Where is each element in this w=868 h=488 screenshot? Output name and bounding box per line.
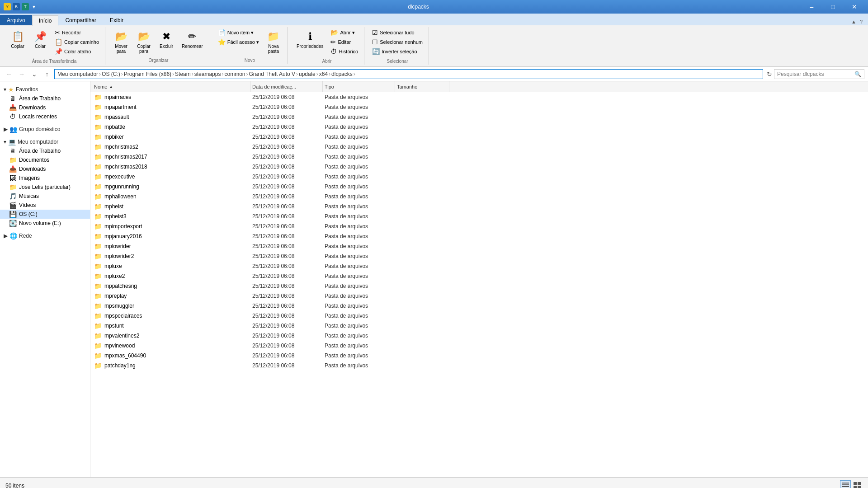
paste-button[interactable]: 📌 Colar [30, 28, 51, 50]
sidebar-item-music[interactable]: 🎵 Músicas [0, 192, 90, 201]
dropdown-button[interactable]: ⌄ [29, 69, 40, 80]
easy-access-button[interactable]: ⭐ Fácil acesso ▾ [216, 38, 261, 47]
tab-arquivo[interactable]: Arquivo [0, 15, 32, 25]
table-row[interactable]: 📁 mpspecialraces 25/12/2019 06:08 Pasta … [90, 311, 868, 321]
bc-computer[interactable]: Meu computador [57, 71, 98, 77]
table-row[interactable]: 📁 mpheist 25/12/2019 06:08 Pasta de arqu… [90, 202, 868, 211]
sidebar-item-videos[interactable]: 🎬 Vídeos [0, 201, 90, 210]
details-view-button[interactable] [840, 480, 851, 488]
sidebar-item-recent[interactable]: ⏱ Locais recentes [0, 112, 90, 121]
table-row[interactable]: 📁 mpbattle 25/12/2019 06:08 Pasta de arq… [90, 122, 868, 132]
tab-exibir[interactable]: Exibir [103, 15, 130, 25]
table-row[interactable]: 📁 mpjanuary2016 25/12/2019 06:08 Pasta d… [90, 231, 868, 241]
properties-button[interactable]: ℹ Propriedades [293, 28, 326, 50]
history-button[interactable]: ⏱ Histórico [328, 47, 360, 56]
ribbon-help-btn[interactable]: ? [858, 18, 864, 25]
open-button[interactable]: 📂 Abrir ▾ [328, 28, 360, 37]
table-row[interactable]: 📁 mpexecutive 25/12/2019 06:08 Pasta de … [90, 172, 868, 182]
bc-steam[interactable]: Steam [175, 71, 191, 77]
delete-button[interactable]: ✖ Excluir [156, 28, 177, 50]
search-input[interactable] [777, 71, 854, 77]
table-row[interactable]: 📁 mpvalentines2 25/12/2019 06:08 Pasta d… [90, 331, 868, 341]
rename-button[interactable]: ✏ Renomear [179, 28, 206, 50]
bc-steamapps[interactable]: steamapps [194, 71, 221, 77]
sidebar-item-desktop2[interactable]: 🖥 Área de Trabalho [0, 146, 90, 155]
up-button[interactable]: ↑ [42, 69, 52, 80]
paste-shortcut-button[interactable]: 📌 Colar atalho [52, 47, 101, 56]
col-header-size[interactable]: Tamanho [395, 81, 449, 92]
tab-inicio[interactable]: Início [32, 15, 59, 26]
sidebar-item-osc[interactable]: 💾 OS (C:) [0, 210, 90, 219]
select-none-button[interactable]: ☐ Selecionar nenhum [370, 38, 425, 47]
bc-dlcpacks[interactable]: dlcpacks [331, 71, 353, 77]
sidebar-computer-header[interactable]: ▾ 💻 Meu computador [0, 137, 90, 146]
table-row[interactable]: 📁 mpchristmas2017 25/12/2019 06:08 Pasta… [90, 152, 868, 162]
maximize-button[interactable]: □ [823, 0, 843, 14]
table-row[interactable]: 📁 mpvinewood 25/12/2019 06:08 Pasta de a… [90, 341, 868, 351]
back-button[interactable]: ← [4, 69, 14, 80]
bc-programfiles[interactable]: Program Files (x86) [124, 71, 171, 77]
col-header-type[interactable]: Tipo [323, 81, 395, 92]
sidebar-favorites-header[interactable]: ▾ ★ Favoritos [0, 85, 90, 94]
col-header-name[interactable]: Nome ▲ [92, 81, 250, 92]
table-row[interactable]: 📁 mpapartment 25/12/2019 06:08 Pasta de … [90, 102, 868, 112]
table-row[interactable]: 📁 mpsmuggler 25/12/2019 06:08 Pasta de a… [90, 301, 868, 311]
table-row[interactable]: 📁 mplowrider 25/12/2019 06:08 Pasta de a… [90, 241, 868, 251]
sidebar-network-header[interactable]: ▶ 🌐 Rede [0, 231, 90, 240]
close-button[interactable]: ✕ [844, 0, 864, 14]
copy-path-button[interactable]: 📋 Copiar caminho [52, 38, 101, 47]
forward-button[interactable]: → [16, 69, 27, 80]
table-row[interactable]: 📁 mpxmas_604490 25/12/2019 06:08 Pasta d… [90, 351, 868, 361]
cut-button[interactable]: ✂ Recortar [52, 28, 101, 37]
search-icon[interactable]: 🔍 [854, 71, 861, 77]
table-row[interactable]: 📁 mpimportexport 25/12/2019 06:08 Pasta … [90, 221, 868, 231]
new-item-button[interactable]: 📄 Novo item ▾ [216, 28, 261, 37]
table-row[interactable]: 📁 mpchristmas2 25/12/2019 06:08 Pasta de… [90, 142, 868, 152]
minimize-button[interactable]: – [802, 0, 822, 14]
edit-button[interactable]: ✏ Editar [328, 38, 360, 47]
file-type-cell: Pasta de arquivos [323, 253, 395, 259]
invert-selection-button[interactable]: 🔄 Inverter seleção [370, 47, 425, 56]
sidebar-item-newe[interactable]: 💽 Novo volume (E:) [0, 219, 90, 228]
table-row[interactable]: 📁 mplowrider2 25/12/2019 06:08 Pasta de … [90, 251, 868, 261]
address-refresh[interactable]: ↻ [767, 70, 772, 78]
bc-common[interactable]: common [224, 71, 245, 77]
bc-gta5[interactable]: Grand Theft Auto V [249, 71, 295, 77]
new-folder-button[interactable]: 📁 Novapasta [263, 28, 284, 55]
sidebar-item-downloads-fav[interactable]: 📥 Downloads [0, 103, 90, 112]
bc-x64[interactable]: x64 [319, 71, 328, 77]
ribbon-expand-btn[interactable]: ▲ [849, 18, 858, 25]
sidebar-item-desktop[interactable]: 🖥 Área de Trabalho [0, 94, 90, 103]
table-row[interactable]: 📁 mpheist3 25/12/2019 06:08 Pasta de arq… [90, 211, 868, 221]
table-row[interactable]: 📁 mpchristmas2018 25/12/2019 06:08 Pasta… [90, 162, 868, 172]
table-row[interactable]: 📁 mpstunt 25/12/2019 06:08 Pasta de arqu… [90, 321, 868, 331]
sidebar-item-joselelis[interactable]: 📁 Jose Lelis (particular) [0, 183, 90, 192]
bc-update[interactable]: update [299, 71, 316, 77]
tab-compartilhar[interactable]: Compartilhar [58, 15, 103, 25]
table-row[interactable]: 📁 mpassault 25/12/2019 06:08 Pasta de ar… [90, 112, 868, 122]
col-header-date[interactable]: Data de modificaç... [250, 81, 323, 92]
breadcrumb[interactable]: Meu computador › OS (C:) › Program Files… [54, 69, 763, 79]
sidebar-item-images[interactable]: 🖼 Imagens [0, 174, 90, 183]
table-row[interactable]: 📁 mpreplay 25/12/2019 06:08 Pasta de arq… [90, 291, 868, 301]
table-row[interactable]: 📁 mpluxe2 25/12/2019 06:08 Pasta de arqu… [90, 271, 868, 281]
sidebar-homegroup-header[interactable]: ▶ 👥 Grupo doméstico [0, 125, 90, 134]
bc-osc[interactable]: OS (C:) [102, 71, 120, 77]
sidebar-item-documents[interactable]: 📁 Documentos [0, 155, 90, 164]
table-row[interactable]: 📁 patchday1ng 25/12/2019 06:08 Pasta de … [90, 361, 868, 371]
copy-to-button[interactable]: 📂 Copiarpara [133, 28, 154, 55]
select-all-button[interactable]: ☑ Selecionar tudo [370, 28, 425, 37]
file-name-cell: 📁 mphalloween [92, 193, 250, 200]
search-box[interactable]: 🔍 [774, 69, 864, 79]
table-row[interactable]: 📁 mpairraces 25/12/2019 06:08 Pasta de a… [90, 92, 868, 102]
table-row[interactable]: 📁 mphalloween 25/12/2019 06:08 Pasta de … [90, 192, 868, 202]
titlebar-dropdown-arrow[interactable]: ▾ [33, 4, 35, 10]
table-row[interactable]: 📁 mpluxe 25/12/2019 06:08 Pasta de arqui… [90, 261, 868, 271]
table-row[interactable]: 📁 mppatchesng 25/12/2019 06:08 Pasta de … [90, 281, 868, 291]
large-icons-view-button[interactable] [852, 480, 863, 488]
copy-button[interactable]: 📋 Copiar [7, 28, 28, 50]
table-row[interactable]: 📁 mpbiker 25/12/2019 06:08 Pasta de arqu… [90, 132, 868, 142]
move-to-button[interactable]: 📂 Moverpara [111, 28, 132, 55]
table-row[interactable]: 📁 mpgunrunning 25/12/2019 06:08 Pasta de… [90, 182, 868, 192]
sidebar-item-downloads[interactable]: 📥 Downloads [0, 164, 90, 174]
